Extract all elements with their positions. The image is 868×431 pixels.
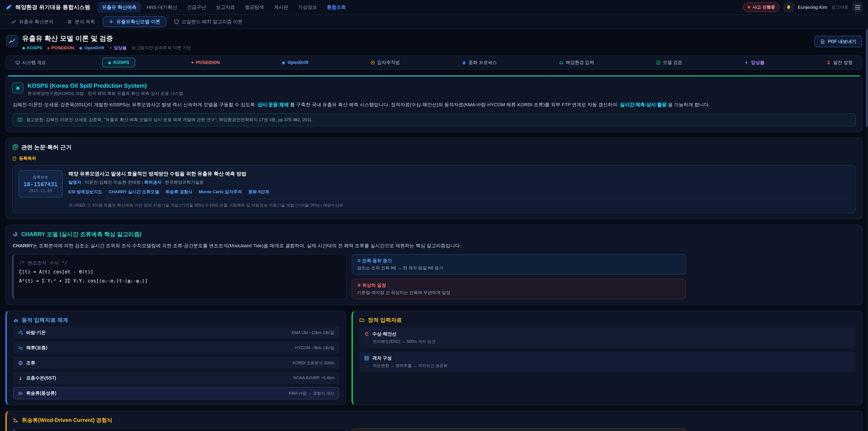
tab-oil-fence-theory[interactable]: 오일펜스 배치 알고리즘 이론	[168, 16, 249, 27]
section-nav-kosps[interactable]: ◆ KOSPS	[102, 58, 135, 67]
nav-item-emergency-rescue[interactable]: 긴급구난	[183, 2, 211, 13]
model-badges: ◆KOSPS ●POSEIDON ◉OpenDrift ⚡앙상블 라그랑지안 입…	[22, 45, 191, 51]
tag-esi-map[interactable]: ESI 방제정보지도	[68, 189, 102, 195]
topbar: 해양환경 위기대응 통합시스템 유출유 확산예측 HNS·대기확산 긴급구난 보…	[0, 0, 868, 15]
patent-title: 해양 유류오염사고 발생시 효율적인 방제방안 수립을 위한 유출유 확산 예측…	[68, 171, 849, 177]
patent-registration-box: 등록번호 10-1567431 2015.11.03	[19, 171, 63, 197]
hamburger-menu-button[interactable]	[852, 2, 863, 12]
patent-meta: 발명자 : 이문진·김혜진·이승현·전태병 | 특허권자 : 한국해양과학기술원	[68, 180, 849, 185]
page-scrollbar	[866, 15, 868, 431]
header-note: 라그랑지안 입자추적 이론 기반	[132, 45, 191, 51]
set-square-icon	[13, 418, 19, 423]
clipboard-icon	[12, 156, 17, 161]
app-logo[interactable]: 해양환경 위기대응 통합시스템	[5, 4, 90, 11]
nav-item-board[interactable]: 게시판	[270, 2, 293, 13]
check-square-icon	[656, 60, 660, 65]
highlight-operational-system: 상시 운용 체제	[256, 102, 290, 107]
tab-spread-analysis[interactable]: 유출유 확산분석	[5, 16, 59, 27]
diamond-icon: ◆	[22, 45, 25, 51]
wind-icon	[18, 330, 23, 335]
section-nav-validation[interactable]: 모델 검증	[650, 57, 688, 68]
scrollbar-thumb[interactable]	[866, 29, 868, 127]
cloud-icon	[559, 60, 563, 65]
tag-charry-model[interactable]: CHARRY 실시간 조류모델	[108, 189, 159, 195]
list-icon	[67, 19, 72, 24]
registered-patent-badge: 등록특허	[12, 155, 36, 161]
input-row-wind: 바람·기온 KMA UM·~12km·2회/일	[13, 326, 339, 339]
wind-driven-current-card: 취송류(Wind-Driven Current) 경험식 /* 취송류 유속 (…	[5, 411, 863, 431]
section-nav: 시스템 개요 ◆ KOSPS ● POSEIDON ◉ OpenDrift 입자…	[5, 55, 863, 70]
tag-weathering[interactable]: 풍화 5단계	[248, 189, 269, 195]
input-row-tide: 조류 KORDI 조화분석·500m	[13, 357, 339, 369]
pdf-export-button[interactable]: PDF 내보내기	[814, 36, 862, 47]
book-icon	[18, 117, 23, 122]
code-comment: /* 변조조석 수식 */	[19, 258, 340, 268]
sub-tabbar: 유출유 확산분석 분석 목록 유출유확산모델 이론 오일펜스 배치 알고리즘 이…	[0, 15, 868, 29]
kosps-description: 김혜진·이문진·오세웅·강준묵(2011)이 개발한 KOSPS는 유류오염사고…	[13, 100, 855, 109]
charry-formula-block: /* 변조조석 수식 */ ζ(t) = A(t) cos[σt - θ(t)]…	[12, 254, 346, 299]
nav-item-weather[interactable]: 기상정보	[293, 2, 322, 13]
section-nav-particle-tracking[interactable]: 입자추적법	[365, 57, 406, 68]
incident-status-badge[interactable]: 사고 진행중	[743, 2, 780, 12]
nav-item-oil-spill-prediction[interactable]: 유출유 확산예측	[97, 2, 141, 13]
droplet-icon	[462, 60, 466, 65]
app-title: 해양환경 위기대응 통합시스템	[16, 4, 90, 11]
dynamic-inputs-title: 동적 입력자료 체계	[13, 316, 339, 324]
target-icon	[370, 60, 375, 65]
tag-wdc-formula[interactable]: 취송류 경험식	[165, 189, 192, 195]
section-nav-opendrift[interactable]: ◉ OpenDrift	[276, 58, 314, 67]
pdf-document-icon	[820, 39, 825, 44]
section-nav-future[interactable]: 발전 방향	[820, 57, 859, 68]
kosps-card: ◆ KOSPS (Korea Oil Spill Prediction Syst…	[5, 75, 863, 132]
kosps-diamond-tile: ◆	[12, 82, 24, 94]
patent-card: 관련 논문·특허 근거 등록특허 등록번호 10-1567431 2015.11…	[5, 137, 863, 219]
tag-monte-carlo[interactable]: Monte Carlo 입자추적	[199, 189, 242, 195]
wave-icon	[18, 345, 23, 350]
section-nav-ensemble[interactable]: 앙상블	[738, 57, 770, 68]
nav-item-hns-atmosphere[interactable]: HNS·대기확산	[142, 2, 182, 13]
logout-button[interactable]: 로그아웃	[831, 4, 848, 10]
documents-icon	[12, 144, 18, 150]
page-header: 유출유 확산 모델 이론 및 검증 ◆KOSPS ●POSEIDON ◉Open…	[6, 34, 862, 51]
section-nav-poseidon[interactable]: ● POSEIDON	[185, 58, 225, 67]
input-row-wind-driven-current: 취송류(풍성류) KMA 바람 → 경험식 계산	[13, 387, 339, 399]
badge-opendrift: ◉OpenDrift	[79, 45, 104, 51]
kosps-title: KOSPS (Korea Oil Spill Prediction System…	[28, 82, 183, 89]
patent-tags: ESI 방제정보지도 CHARRY 실시간 조류모델 취송류 경험식 Monte…	[68, 189, 849, 195]
nav-item-aerial-search[interactable]: 항공탐색	[241, 2, 269, 13]
patent-detail-box[interactable]: 등록번호 10-1567431 2015.11.03 해양 유류오염사고 발생시…	[12, 165, 856, 213]
tab-model-theory[interactable]: 유출유확산모델 이론	[103, 16, 166, 27]
user-name: Eunjeong Kim	[798, 4, 827, 10]
notifications-button[interactable]	[784, 2, 794, 12]
wing-logo-icon	[5, 4, 13, 11]
section-nav-overview[interactable]: 시스템 개요	[9, 57, 52, 68]
page-icon-tile	[6, 35, 18, 47]
nav-item-integrated-search[interactable]: 통합조회	[322, 2, 350, 13]
badge-poseidon: ●POSEIDON	[47, 45, 74, 51]
wdc-title: 취송류(Wind-Driven Current) 경험식	[13, 417, 856, 424]
grid-icon	[364, 356, 369, 361]
swirl-icon	[12, 231, 18, 237]
charry-description: CHARRY는 조화분석에 의한 검조소 실시간 조위와 조석 수치모델링에 의…	[13, 242, 855, 250]
bolt-icon	[744, 60, 749, 65]
badge-ensemble: ⚡앙상블	[109, 45, 127, 51]
diamond-icon: ◆	[16, 85, 20, 91]
wind-current-icon	[18, 391, 23, 396]
chart-line-icon	[11, 19, 16, 24]
registration-date: 2015.11.03	[24, 188, 58, 193]
card-accent-bar	[6, 75, 862, 76]
thermometer-icon	[18, 376, 23, 380]
kosps-subtitle: 한국해양연구원(KORDI) 개발 · 한국 해역 특화 유출유 확산 예측 상…	[28, 91, 183, 96]
static-row-bathymetry: 수심·해안선 전자해도(ENC) → 500m 격자 보간	[359, 327, 856, 348]
dot-icon: ●	[47, 45, 50, 51]
registration-number: 10-1567431	[24, 181, 58, 188]
nav-item-reports[interactable]: 보고자료	[212, 2, 240, 13]
section-nav-ocean-input[interactable]: 해양환경 입력	[553, 57, 600, 68]
model-network-icon	[109, 19, 114, 24]
map-pin-icon	[364, 332, 369, 337]
formula-line-2: A²(t) = Σ Yᵢ² + 2Σ YᵢYⱼ cos[(σᵢ-σⱼ)t-(φᵢ…	[19, 277, 340, 286]
tab-analysis-list[interactable]: 분석 목록	[61, 16, 101, 27]
input-row-current: 해류(표층) HYCOM·~9km·1회/일	[13, 341, 339, 354]
badge-kosps: ◆KOSPS	[22, 45, 42, 51]
section-nav-weathering[interactable]: 풍화 프로세스	[456, 57, 503, 68]
